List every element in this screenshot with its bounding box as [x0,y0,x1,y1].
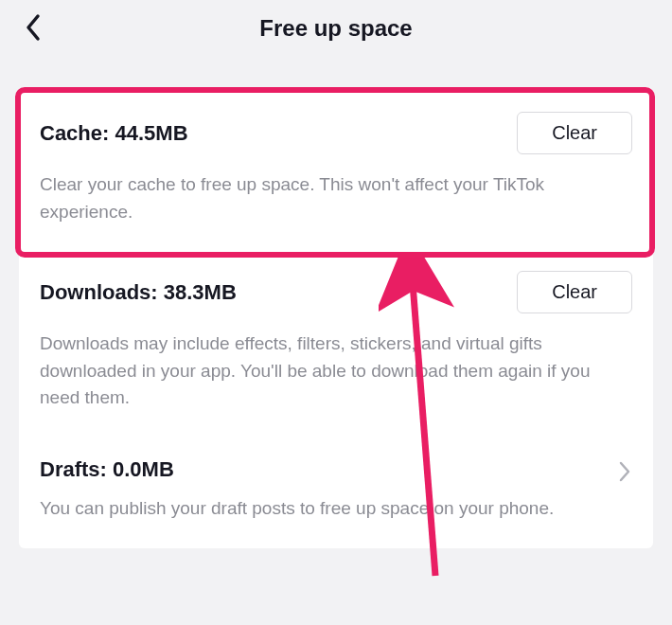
back-button[interactable] [25,13,42,45]
drafts-row[interactable]: Drafts: 0.0MB You can publish your draft… [19,433,653,549]
clear-downloads-button[interactable]: Clear [517,271,632,313]
downloads-row-head: Downloads: 38.3MB Clear [40,271,632,313]
downloads-desc: Downloads may include effects, filters, … [40,330,632,412]
cache-title: Cache: 44.5MB [40,121,188,146]
cache-row: Cache: 44.5MB Clear Clear your cache to … [19,87,653,246]
drafts-chevron [619,461,630,486]
drafts-row-head: Drafts: 0.0MB [40,457,632,482]
cache-label: Cache: [40,121,115,145]
downloads-value: 38.3MB [164,280,237,304]
cache-row-head: Cache: 44.5MB Clear [40,112,632,154]
settings-panel: Cache: 44.5MB Clear Clear your cache to … [19,87,653,548]
downloads-row: Downloads: 38.3MB Clear Downloads may in… [19,246,653,433]
header-bar: Free up space [0,0,672,61]
clear-cache-button[interactable]: Clear [517,112,632,154]
downloads-title: Downloads: 38.3MB [40,280,237,305]
cache-desc: Clear your cache to free up space. This … [40,171,632,225]
page-title: Free up space [259,15,412,42]
drafts-label: Drafts: [40,457,113,481]
drafts-title: Drafts: 0.0MB [40,457,174,482]
cache-value: 44.5MB [115,121,187,145]
chevron-left-icon [25,13,42,42]
drafts-desc: You can publish your draft posts to free… [40,495,632,523]
chevron-right-icon [619,461,630,482]
drafts-value: 0.0MB [113,457,174,481]
downloads-label: Downloads: [40,280,164,304]
